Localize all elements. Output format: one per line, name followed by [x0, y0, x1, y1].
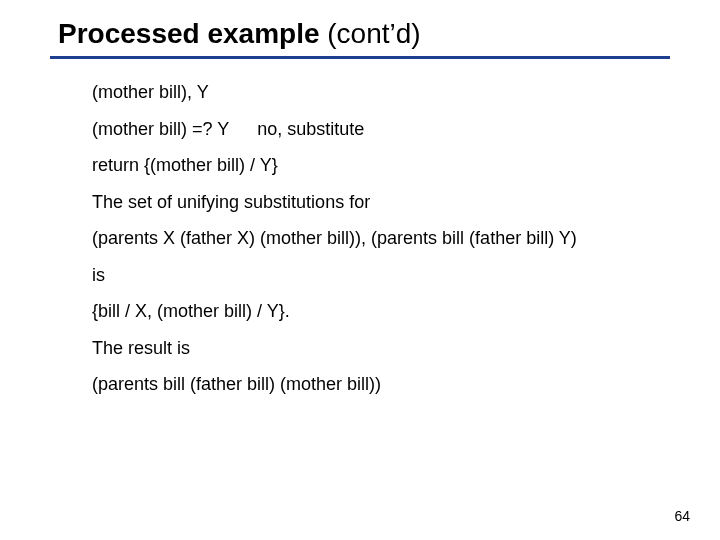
body-line-7: {bill / X, (mother bill) / Y}.	[92, 300, 670, 323]
title-bold: Processed example	[58, 18, 320, 49]
body-line-5: (parents X (father X) (mother bill)), (p…	[92, 227, 670, 250]
body-line-3: return {(mother bill) / Y}	[92, 154, 670, 177]
body-line-8: The result is	[92, 337, 670, 360]
title-rest: (cont’d)	[320, 18, 421, 49]
slide-body: (mother bill), Y (mother bill) =? Yno, s…	[92, 81, 670, 396]
body-line-2a: (mother bill) =? Y	[92, 119, 229, 139]
page-number: 64	[674, 508, 690, 524]
body-line-9: (parents bill (father bill) (mother bill…	[92, 373, 670, 396]
body-line-6: is	[92, 264, 670, 287]
body-line-2: (mother bill) =? Yno, substitute	[92, 118, 670, 141]
slide-title: Processed example (cont’d)	[58, 18, 670, 50]
title-divider	[50, 56, 670, 59]
body-line-2b: no, substitute	[257, 119, 364, 139]
body-line-4: The set of unifying substitutions for	[92, 191, 670, 214]
slide: Processed example (cont’d) (mother bill)…	[0, 0, 720, 540]
body-line-1: (mother bill), Y	[92, 81, 670, 104]
